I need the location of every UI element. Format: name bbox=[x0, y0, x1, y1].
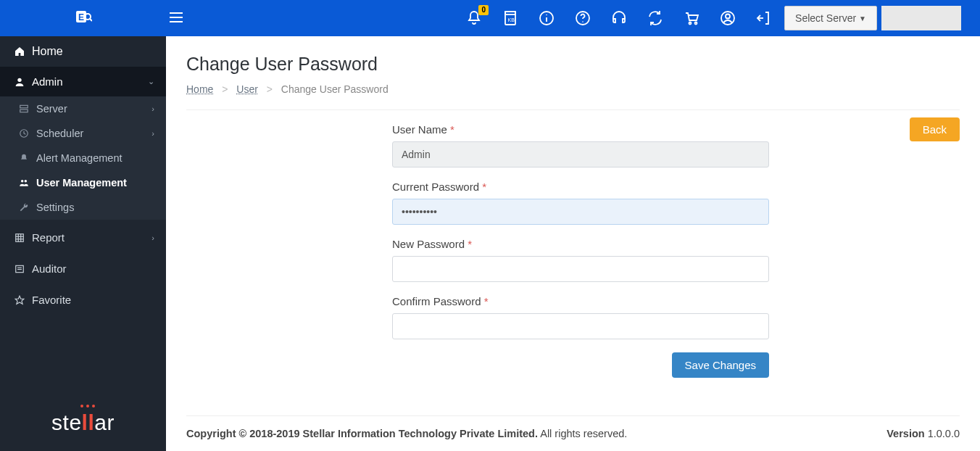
caret-down-icon: ▼ bbox=[859, 15, 866, 22]
svg-point-24 bbox=[25, 180, 28, 183]
current-password-input[interactable] bbox=[392, 199, 769, 225]
sidebar-item-label: Auditor bbox=[32, 262, 67, 275]
sidebar-toggle-icon[interactable] bbox=[166, 12, 195, 25]
svg-point-12 bbox=[546, 15, 547, 16]
footer: Copyright © 2018-2019 Stellar Informatio… bbox=[186, 415, 960, 451]
sidebar-item-label: Settings bbox=[36, 202, 74, 213]
confirm-password-input[interactable] bbox=[392, 313, 769, 339]
chevron-down-icon: ⌄ bbox=[148, 77, 154, 86]
sidebar-item-report[interactable]: Report › bbox=[0, 224, 166, 251]
logout-button[interactable] bbox=[748, 2, 780, 34]
knowledge-base-button[interactable]: KB bbox=[494, 2, 526, 34]
exchange-logo-icon: E bbox=[75, 9, 92, 28]
svg-rect-20 bbox=[20, 105, 28, 108]
server-select-label: Select Server bbox=[795, 12, 856, 24]
support-button[interactable] bbox=[603, 2, 635, 34]
breadcrumb-sep: > bbox=[267, 83, 273, 95]
wrench-icon bbox=[16, 202, 32, 212]
cart-button[interactable] bbox=[676, 2, 707, 34]
username-label: User Name * bbox=[392, 123, 769, 136]
sidebar-item-admin[interactable]: Admin ⌄ bbox=[0, 67, 166, 96]
svg-point-23 bbox=[21, 180, 24, 183]
password-form: User Name * Current Password * New Passw… bbox=[392, 123, 769, 378]
chevron-right-icon: › bbox=[151, 104, 154, 113]
svg-text:KB: KB bbox=[508, 17, 515, 22]
svg-point-16 bbox=[695, 22, 697, 25]
sidebar-item-settings[interactable]: Settings bbox=[0, 195, 166, 220]
page-title: Change User Password bbox=[186, 54, 960, 75]
home-icon bbox=[12, 46, 28, 57]
new-password-input[interactable] bbox=[392, 256, 769, 282]
username-input[interactable] bbox=[392, 141, 769, 167]
breadcrumb-home[interactable]: Home bbox=[186, 83, 213, 95]
sidebar-item-server[interactable]: Server › bbox=[0, 96, 166, 121]
main-content: Change User Password Home > User > Chang… bbox=[166, 36, 980, 451]
current-password-label: Current Password * bbox=[392, 181, 769, 193]
users-icon bbox=[16, 178, 32, 188]
svg-rect-25 bbox=[16, 233, 24, 241]
breadcrumb: Home > User > Change User Password bbox=[186, 83, 960, 95]
help-button[interactable] bbox=[567, 2, 599, 34]
chevron-right-icon: › bbox=[151, 129, 154, 138]
breadcrumb-current: Change User Password bbox=[281, 83, 389, 95]
save-changes-button[interactable]: Save Changes bbox=[672, 352, 769, 378]
brand-area: E bbox=[0, 0, 166, 36]
sidebar-item-scheduler[interactable]: Scheduler › bbox=[0, 121, 166, 146]
svg-point-14 bbox=[582, 21, 584, 22]
svg-point-19 bbox=[17, 78, 21, 81]
footer-version: Version 1.0.0.0 bbox=[886, 428, 960, 439]
notification-badge: 0 bbox=[478, 5, 489, 15]
breadcrumb-user[interactable]: User bbox=[236, 83, 258, 95]
sidebar-item-favorite[interactable]: Favorite bbox=[0, 286, 166, 313]
server-select-dropdown[interactable]: Select Server ▼ bbox=[784, 6, 877, 30]
svg-text:E: E bbox=[78, 12, 84, 22]
svg-marker-33 bbox=[15, 296, 24, 304]
svg-point-15 bbox=[689, 22, 692, 25]
topbar: E 0 KB bbox=[0, 0, 980, 36]
list-icon bbox=[12, 264, 28, 274]
confirm-password-label: Confirm Password * bbox=[392, 295, 769, 307]
form-card: Back User Name * Current Password * New … bbox=[186, 109, 960, 451]
svg-rect-21 bbox=[20, 109, 28, 112]
svg-rect-8 bbox=[505, 12, 515, 15]
sidebar: Home Admin ⌄ Server › Scheduler › Alert … bbox=[0, 36, 166, 451]
back-button[interactable]: Back bbox=[910, 117, 960, 141]
sync-button[interactable] bbox=[639, 2, 671, 34]
sidebar-item-label: Report bbox=[32, 231, 65, 244]
chevron-right-icon: › bbox=[151, 233, 154, 242]
sidebar-item-label: Alert Management bbox=[36, 152, 122, 164]
bell-icon bbox=[16, 153, 32, 163]
account-button[interactable] bbox=[712, 2, 744, 34]
breadcrumb-sep: > bbox=[222, 83, 228, 95]
sidebar-item-label: Admin bbox=[32, 75, 63, 88]
sidebar-item-label: Server bbox=[36, 103, 67, 115]
sidebar-item-auditor[interactable]: Auditor bbox=[0, 255, 166, 282]
sidebar-item-alert-management[interactable]: Alert Management bbox=[0, 146, 166, 170]
sidebar-item-label: Favorite bbox=[32, 294, 71, 306]
sidebar-item-user-management[interactable]: User Management bbox=[0, 170, 166, 195]
new-password-label: New Password * bbox=[392, 238, 769, 250]
sidebar-admin-submenu: Server › Scheduler › Alert Management Us… bbox=[0, 96, 166, 220]
notifications-button[interactable]: 0 bbox=[458, 2, 490, 34]
server-icon bbox=[16, 104, 32, 114]
info-button[interactable] bbox=[531, 2, 562, 34]
sidebar-item-label: User Management bbox=[36, 177, 127, 189]
sidebar-item-label: Scheduler bbox=[36, 128, 83, 139]
user-icon bbox=[12, 76, 28, 88]
brand-logo: stellar bbox=[0, 410, 166, 435]
grid-icon bbox=[12, 233, 28, 243]
sidebar-item-home[interactable]: Home bbox=[0, 36, 166, 67]
server-select-extension bbox=[881, 6, 961, 30]
sidebar-item-label: Home bbox=[32, 45, 63, 58]
svg-point-18 bbox=[726, 15, 730, 19]
svg-line-3 bbox=[90, 19, 92, 21]
star-icon bbox=[12, 295, 28, 305]
footer-copyright: Copyright © 2018-2019 Stellar Informatio… bbox=[186, 428, 627, 439]
clock-icon bbox=[16, 128, 32, 138]
topbar-actions: 0 KB Select Server ▼ bbox=[458, 2, 980, 34]
